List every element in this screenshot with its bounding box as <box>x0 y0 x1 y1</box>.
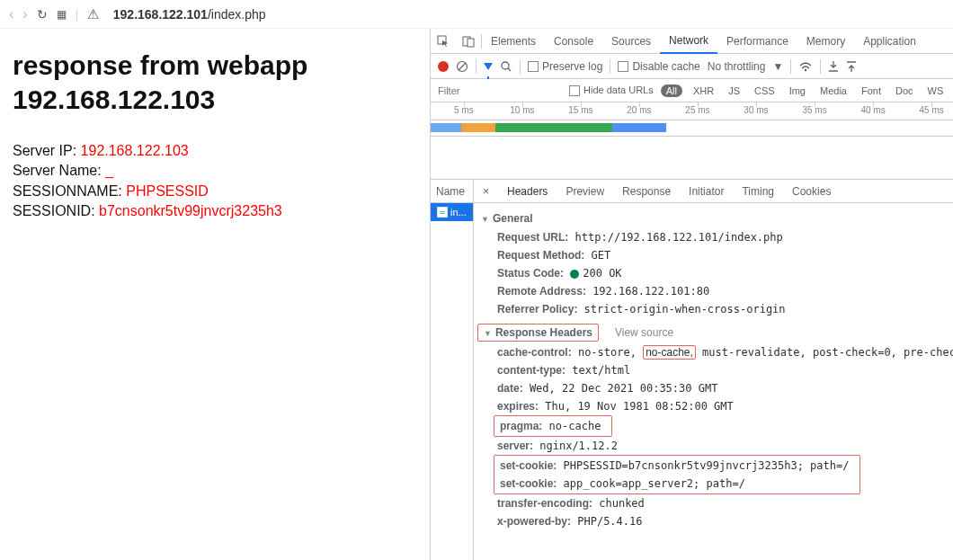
hide-data-urls-checkbox[interactable]: Hide data URLs <box>569 84 654 96</box>
header-remote addre: Remote Address: 192.168.122.101:80 <box>474 282 953 300</box>
inspect-icon[interactable] <box>431 35 456 48</box>
devtools-tab-sources[interactable]: Sources <box>602 29 660 53</box>
header-date: date: Wed, 22 Dec 2021 00:35:30 GMT <box>474 379 953 397</box>
filter-cat-img[interactable]: Img <box>786 85 809 96</box>
section-response-headers[interactable]: Response Headers <box>477 324 599 342</box>
filter-input[interactable] <box>438 85 492 96</box>
server-ip-line: Server IP: 192.168.122.103 <box>13 141 417 161</box>
header-et-cookie: set-cookie: app_cook=app_server2; path=/ <box>498 475 856 493</box>
filter-cat-ws[interactable]: WS <box>924 85 948 96</box>
detail-tab-timing[interactable]: Timing <box>733 180 783 202</box>
svg-point-7 <box>805 68 806 70</box>
timeline-ruler: 5 ms10 ms15 ms20 ms25 ms30 ms35 ms40 ms4… <box>431 102 953 120</box>
detail-tab-cookies[interactable]: Cookies <box>783 180 840 202</box>
devtools-tab-memory[interactable]: Memory <box>797 29 854 53</box>
header-tranfer-encoding: transfer-encoding: chunked <box>474 494 953 512</box>
reload-icon[interactable]: ↻ <box>37 7 48 22</box>
detail-tab-headers[interactable]: Headers <box>498 180 557 202</box>
timeline-blank <box>431 137 953 180</box>
server-name-line: Server Name: _ <box>13 161 417 181</box>
filter-cat-doc[interactable]: Doc <box>892 85 917 96</box>
filter-cat-media[interactable]: Media <box>816 85 851 96</box>
svg-rect-2 <box>468 39 474 47</box>
page-content: response from webapp 192.168.122.103 Ser… <box>0 29 430 560</box>
request-row[interactable]: in... <box>431 203 473 221</box>
svg-point-5 <box>502 62 509 69</box>
filter-cat-font[interactable]: Font <box>858 85 885 96</box>
detail-tab-preview[interactable]: Preview <box>557 180 613 202</box>
throttling-caret-icon[interactable]: ▼ <box>772 60 783 73</box>
disable-cache-checkbox[interactable]: Disable cache <box>618 60 699 73</box>
devtools-tab-console[interactable]: Console <box>545 29 602 53</box>
throttling-select[interactable]: No throttling <box>708 60 766 73</box>
header-pragma: pragma: no-cache <box>498 417 608 435</box>
filter-all[interactable]: All <box>661 84 682 97</box>
header-erver: server: nginx/1.12.2 <box>474 437 953 455</box>
devtools-tab-performance[interactable]: Performance <box>717 29 797 53</box>
svg-line-6 <box>508 68 511 71</box>
header-requet url: Request URL: http://192.168.122.101/inde… <box>474 228 953 246</box>
name-column-header[interactable]: Name <box>431 180 473 203</box>
insecure-icon[interactable]: ⚠ <box>87 6 99 22</box>
filter-icon[interactable] <box>484 60 493 73</box>
session-id-line: SESSIONID: b7cnsonkr5tv99jnvcrj3235h3 <box>13 201 417 221</box>
filter-cat-js[interactable]: JS <box>725 85 744 96</box>
page-heading: response from webapp 192.168.122.103 <box>13 49 417 116</box>
header-content-type: content-type: text/html <box>474 361 953 379</box>
header-cache-control: cache-control: no-store, no-cache, must-… <box>474 343 953 361</box>
clear-icon[interactable] <box>456 60 468 73</box>
filter-cat-xhr[interactable]: XHR <box>690 85 717 96</box>
detail-tab-response[interactable]: Response <box>613 180 680 202</box>
header-et-cookie: set-cookie: PHPSESSID=b7cnsonkr5tv99jnvc… <box>498 457 856 475</box>
wifi-icon[interactable] <box>798 60 813 73</box>
section-general[interactable]: General <box>474 209 953 228</box>
address-bar[interactable]: 192.168.122.101/index.php <box>113 7 266 22</box>
record-icon[interactable] <box>438 61 449 72</box>
devtools-tab-network[interactable]: Network <box>660 30 717 54</box>
header-x-powered-by: x-powered-by: PHP/5.4.16 <box>474 512 953 530</box>
header-referrer policy: Referrer Policy: strict-origin-when-cros… <box>474 300 953 318</box>
filter-cat-css[interactable]: CSS <box>751 85 779 96</box>
export-icon[interactable] <box>846 60 857 73</box>
close-details-icon[interactable]: × <box>474 185 498 198</box>
header-expire: expires: Thu, 19 Nov 1981 08:52:00 GMT <box>474 397 953 415</box>
waterfall <box>431 120 953 137</box>
highlighted-headers: set-cookie: PHPSESSID=b7cnsonkr5tv99jnvc… <box>494 455 860 494</box>
preserve-log-checkbox[interactable]: Preserve log <box>528 60 602 73</box>
nav-back-icon[interactable]: ‹ <box>9 6 13 22</box>
device-icon[interactable] <box>456 35 481 48</box>
nav-forward-icon[interactable]: › <box>22 6 27 22</box>
devtools-tab-elements[interactable]: Elements <box>482 29 545 53</box>
devtools-tab-application[interactable]: Application <box>854 29 925 53</box>
header-statu code: Status Code: 200 OK <box>474 264 953 282</box>
apps-icon[interactable]: ▦ <box>57 8 67 21</box>
svg-line-4 <box>459 63 466 70</box>
view-source-link[interactable]: View source <box>615 326 673 339</box>
import-icon[interactable] <box>828 60 839 73</box>
highlighted-headers: pragma: no-cache <box>494 415 612 437</box>
file-icon <box>437 207 448 218</box>
session-name-line: SESSIONNAME: PHPSESSID <box>13 182 417 201</box>
header-requet method: Request Method: GET <box>474 246 953 264</box>
search-icon[interactable] <box>500 60 512 73</box>
detail-tab-initiator[interactable]: Initiator <box>680 180 733 202</box>
